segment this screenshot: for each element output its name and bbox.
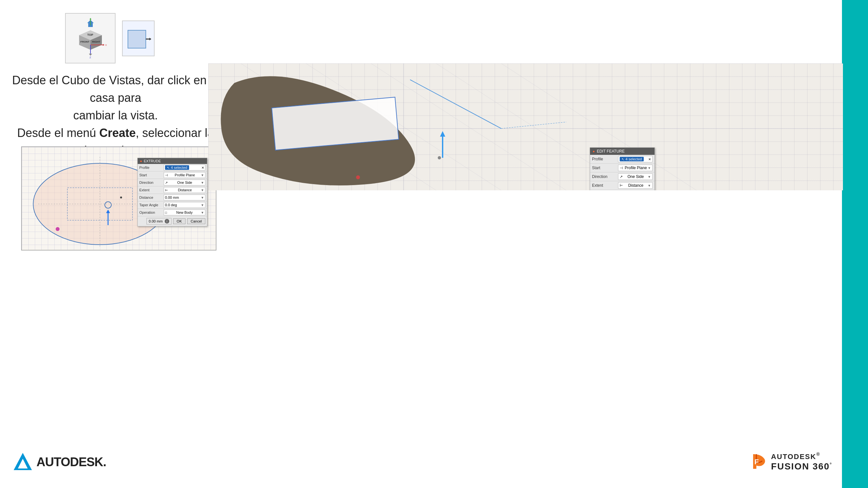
dialog-row-direction: Direction ↗ One Side ▼ <box>138 179 207 187</box>
svg-point-25 <box>56 227 60 231</box>
panel-title: ● EDIT FEATURE <box>590 148 654 155</box>
svg-rect-17 <box>128 30 146 48</box>
dialog-buttons: 0.00 mm i OK Cancel <box>138 216 207 226</box>
fusion-product-text: AUTODESK® FUSION 360° <box>771 451 832 472</box>
dialog-row-distance: Distance 0.00 mm ▼ <box>138 194 207 201</box>
info-icon[interactable]: i <box>165 219 169 224</box>
dialog-value-operation[interactable]: □ New Body ▼ <box>164 209 205 215</box>
dialog-row-operation: Operation □ New Body ▼ <box>138 209 207 216</box>
svg-text:F: F <box>754 458 758 466</box>
autodesk-triangle-icon <box>13 452 33 472</box>
svg-text:RIGHT: RIGHT <box>92 40 100 43</box>
profile-close[interactable]: ✕ <box>202 166 204 169</box>
dialog-value-taper[interactable]: 0.0 deg ▼ <box>164 202 205 208</box>
top-toolbar: TOP FRONT RIGHT X Z <box>65 13 155 63</box>
dialog-title: ● EXTRUDE <box>138 158 207 164</box>
fusion-f-icon: F <box>750 453 768 470</box>
svg-text:Z: Z <box>90 56 91 59</box>
panel-value-direction[interactable]: ↗ One Side ▼ <box>618 173 653 180</box>
panel-value-start[interactable]: ⊣ Profile Plane ▼ <box>618 165 653 171</box>
panel-value-profile[interactable]: ↖ 4 selected ✕ <box>618 156 653 162</box>
svg-text:FRONT: FRONT <box>81 40 90 43</box>
right-3d-background <box>208 63 843 190</box>
autodesk-logo-left: AUTODESK. <box>13 452 106 472</box>
panel-row-direction: Direction ↗ One Side ▼ <box>590 172 654 181</box>
autodesk-wordmark: AUTODESK. <box>36 455 106 469</box>
dialog-cancel-button[interactable]: Cancel <box>187 218 205 224</box>
svg-line-42 <box>410 80 501 129</box>
svg-point-41 <box>438 156 441 159</box>
left-screenshot: ● EXTRUDE Profile ↖ 4 selected ✕ Start ⊣… <box>21 147 216 251</box>
dialog-value-profile[interactable]: ↖ 4 selected ✕ <box>164 165 205 170</box>
dialog-row-start: Start ⊣ Profile Plane ▼ <box>138 171 207 179</box>
panel-row-start: Start ⊣ Profile Plane ▼ <box>590 164 654 172</box>
dialog-ok-button[interactable]: OK <box>173 218 186 224</box>
svg-marker-11 <box>103 44 104 46</box>
view-cube-icon: TOP FRONT RIGHT X Z <box>69 17 112 60</box>
text-line2: cambiar la vista. <box>10 107 221 124</box>
extrude-tool-box[interactable] <box>122 21 155 56</box>
dialog-value-extent[interactable]: ⊢ Distance ▼ <box>164 187 205 193</box>
extrude-tool-icon <box>125 24 151 53</box>
dialog-value-distance[interactable]: 0.00 mm ▼ <box>164 195 205 200</box>
autodesk-logo-right: F AUTODESK® FUSION 360° <box>750 451 832 472</box>
distance-input-container: 0.00 mm i <box>147 218 172 225</box>
svg-marker-16 <box>89 54 92 56</box>
svg-marker-39 <box>440 131 445 137</box>
dialog-value-direction[interactable]: ↗ One Side ▼ <box>164 180 205 186</box>
right-edit-feature-panel: ● EDIT FEATURE Profile ↖ 4 selected ✕ St… <box>590 148 655 190</box>
panel-row-profile: Profile ↖ 4 selected ✕ <box>590 155 654 164</box>
panel-row-distance: Distance 1.5 mm ▼ <box>590 190 654 190</box>
svg-text:TOP: TOP <box>87 33 93 36</box>
svg-marker-3 <box>90 18 91 20</box>
panel-value-extent[interactable]: ⊢ Distance ▼ <box>618 182 653 189</box>
panel-profile-close[interactable]: ✕ <box>648 158 651 161</box>
dialog-row-profile: Profile ↖ 4 selected ✕ <box>138 164 207 171</box>
svg-text:X: X <box>105 43 107 46</box>
dialog-row-taper: Taper Angle 0.0 deg ▼ <box>138 201 207 209</box>
svg-point-28 <box>120 196 122 198</box>
svg-point-40 <box>356 175 360 179</box>
dialog-row-extent: Extent ⊢ Distance ▼ <box>138 187 207 194</box>
text-line1: Desde el Cubo de Vistas, dar click en la… <box>10 72 221 107</box>
panel-row-extent: Extent ⊢ Distance ▼ <box>590 181 654 190</box>
left-extrude-dialog: ● EXTRUDE Profile ↖ 4 selected ✕ Start ⊣… <box>137 158 207 226</box>
view-cube-box[interactable]: TOP FRONT RIGHT X Z <box>65 13 116 63</box>
svg-line-43 <box>501 122 566 129</box>
svg-marker-19 <box>149 38 151 40</box>
right-3d-view: ● EDIT FEATURE Profile ↖ 4 selected ✕ St… <box>208 63 843 190</box>
right-sidebar <box>842 0 868 488</box>
dialog-value-start[interactable]: ⊣ Profile Plane ▼ <box>164 172 205 178</box>
right-3d-svg <box>208 63 843 190</box>
